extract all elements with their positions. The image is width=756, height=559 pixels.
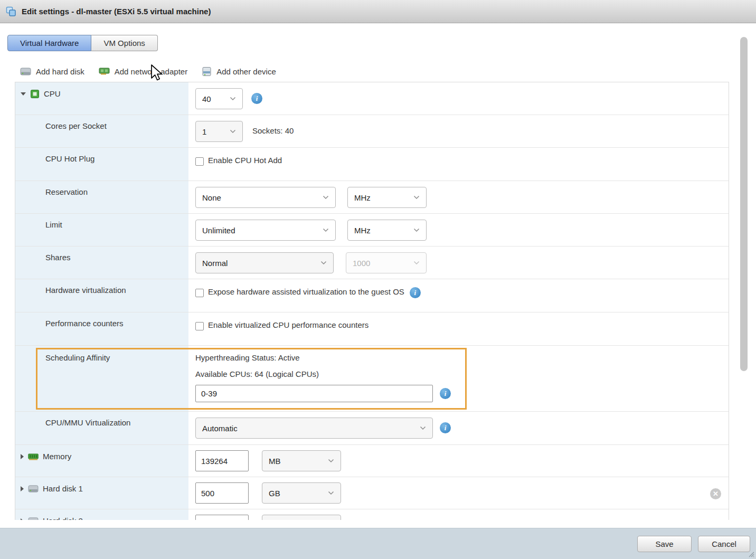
row-label: Shares [15,247,188,279]
resize-handle-icon[interactable] [748,551,754,557]
tab-vm-options[interactable]: VM Options [91,35,157,51]
checkbox-label: Enable CPU Hot Add [208,156,282,165]
hard-disk-icon [20,67,31,76]
hard-disk-2-size-input[interactable] [195,515,249,520]
enable-perf-counters-checkbox[interactable] [195,322,204,330]
row-scheduling-affinity: Scheduling Affinity Hyperthreading Statu… [15,346,729,412]
hard-disk-icon [28,517,39,520]
expand-arrow-icon[interactable] [21,454,24,459]
chevron-down-icon [413,228,420,232]
expand-arrow-icon[interactable] [21,518,24,520]
hw-virtualization-info-icon[interactable]: i [410,287,421,298]
row-label: Performance counters [15,312,188,345]
enable-cpu-hot-add-checkbox[interactable] [195,157,204,166]
row-label: Cores per Socket [15,115,188,147]
cpu-count-select[interactable]: 40 [195,88,243,109]
row-performance-counters: Performance counters Enable virtualized … [15,312,729,346]
remove-hard-disk-1-button[interactable]: ✕ [710,488,721,499]
add-network-adapter-label: Add network adapter [115,67,187,76]
chevron-down-icon [413,261,420,265]
row-label: Limit [15,214,188,246]
add-other-device-button[interactable]: Add other device [202,67,276,77]
checkbox-label: Expose hardware assisted virtualization … [208,287,404,296]
row-shares: Shares Normal 1000 [15,247,729,279]
add-network-adapter-button[interactable]: Add network adapter [99,67,187,76]
row-hard-disk-2: Hard disk 2 [15,509,729,520]
memory-icon [28,453,39,460]
add-hard-disk-button[interactable]: Add hard disk [20,67,84,76]
add-hard-disk-label: Add hard disk [36,67,84,76]
row-reservation: Reservation None MHz [15,181,729,214]
hard-disk-icon [28,485,39,493]
other-device-icon [202,67,212,77]
row-cpu-mmu-virtualization: CPU/MMU Virtualization Automatic i [15,412,729,445]
row-label: Memory [43,452,71,461]
device-toolbar: Add hard disk Add network adapter Add ot… [20,64,276,79]
cancel-button[interactable]: Cancel [698,536,750,552]
cores-per-socket-select[interactable]: 1 [195,121,243,142]
hard-disk-1-size-input[interactable] [195,482,249,504]
memory-size-input[interactable] [195,450,249,471]
cpu-mmu-select[interactable]: Automatic [195,418,433,439]
reservation-unit-select[interactable]: MHz [347,187,427,208]
row-cpu-hot-plug: CPU Hot Plug Enable CPU Hot Add [15,148,729,181]
expose-hw-virtualization-checkbox[interactable] [195,289,204,297]
row-memory: Memory MB [15,445,729,477]
chevron-down-icon [413,195,420,200]
row-cpu: CPU 40 i [15,82,729,115]
chevron-down-icon [323,195,329,200]
cpu-icon [30,89,40,99]
row-hardware-virtualization: Hardware virtualization Expose hardware … [15,279,729,312]
chevron-down-icon [328,491,334,495]
dialog-titlebar: Edit settings - dl-master (ESXi 5.5 virt… [0,0,756,23]
chevron-down-icon [328,459,334,463]
row-limit: Limit Unlimited MHz [15,214,729,247]
row-label: Scheduling Affinity [15,346,188,411]
scheduling-affinity-info-icon[interactable]: i [440,388,451,399]
row-label: Hardware virtualization [15,279,188,312]
edit-settings-dialog: Edit settings - dl-master (ESXi 5.5 virt… [0,0,756,559]
limit-unit-select[interactable]: MHz [347,220,427,241]
row-label: CPU/MMU Virtualization [15,412,188,444]
chevron-down-icon [420,426,426,430]
scheduling-affinity-input[interactable] [195,385,433,402]
row-label: Hard disk 1 [43,484,83,493]
chevron-down-icon [323,228,329,232]
tab-bar: Virtual Hardware VM Options [7,35,158,51]
add-other-device-label: Add other device [216,67,276,76]
row-hard-disk-1: Hard disk 1 GB ✕ [15,477,729,509]
memory-unit-select[interactable]: MB [262,450,341,471]
sockets-count-text: Sockets: 40 [252,126,294,135]
hard-disk-2-unit-select[interactable] [262,515,341,520]
virtual-hardware-table: CPU 40 i Cores per Socket 1 Sockets: 40 [15,82,729,520]
limit-select[interactable]: Unlimited [195,220,336,241]
cpu-info-icon[interactable]: i [251,93,262,104]
row-label: CPU [44,89,61,98]
expand-arrow-icon[interactable] [21,486,24,491]
shares-amount-select[interactable]: 1000 [346,252,427,273]
dialog-title: Edit settings - dl-master (ESXi 5.5 virt… [22,7,211,16]
chevron-down-icon [230,97,236,101]
checkbox-label: Enable virtualized CPU performance count… [208,320,368,329]
shares-select[interactable]: Normal [195,252,334,273]
hyperthreading-status-text: Hyperthreading Status: Active [195,352,729,364]
save-button[interactable]: Save [637,536,692,552]
reservation-select[interactable]: None [195,187,336,208]
vm-icon [5,6,17,17]
tab-virtual-hardware[interactable]: Virtual Hardware [7,35,91,51]
row-cores-per-socket: Cores per Socket 1 Sockets: 40 [15,115,729,148]
network-adapter-icon [99,68,110,75]
row-label: CPU Hot Plug [15,148,188,181]
vertical-scrollbar-thumb[interactable] [740,37,748,371]
row-label: Hard disk 2 [43,516,83,520]
hard-disk-1-unit-select[interactable]: GB [262,482,341,504]
available-cpus-text: Available CPUs: 64 (Logical CPUs) [195,368,729,380]
row-label: Reservation [15,181,188,213]
dialog-footer: Save Cancel [0,528,756,559]
collapse-arrow-icon[interactable] [21,92,26,96]
chevron-down-icon [320,261,327,265]
chevron-down-icon [230,129,236,134]
cpu-mmu-info-icon[interactable]: i [440,422,451,433]
